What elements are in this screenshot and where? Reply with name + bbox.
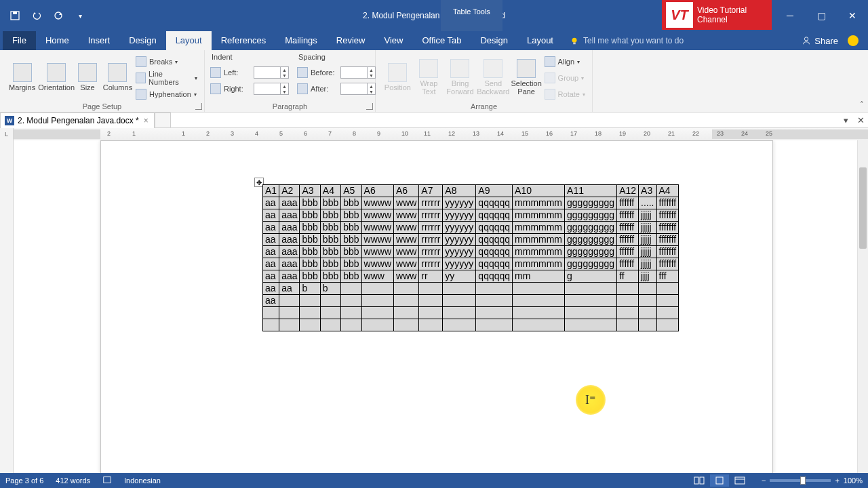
maximize-button[interactable]: ▢: [806, 0, 837, 31]
tab-table-layout[interactable]: Layout: [517, 31, 563, 50]
tab-design[interactable]: Design: [119, 31, 165, 50]
table-cell[interactable]: [394, 319, 419, 331]
table-cell[interactable]: [394, 295, 419, 307]
tab-layout[interactable]: Layout: [166, 31, 212, 50]
table-cell[interactable]: [443, 283, 476, 295]
table-cell[interactable]: [300, 307, 320, 319]
margins-button[interactable]: Margins: [5, 53, 39, 102]
breaks-button[interactable]: Breaks▾: [134, 54, 199, 69]
table-cell[interactable]: bbb: [300, 197, 320, 209]
align-button[interactable]: Align▾: [543, 54, 587, 69]
table-cell[interactable]: mmmmmm: [513, 234, 565, 246]
table-cell[interactable]: yyyyyy: [443, 258, 476, 270]
table-cell[interactable]: qqqqqq: [476, 222, 513, 234]
table-cell[interactable]: [361, 319, 393, 331]
table-cell[interactable]: fffffff: [656, 258, 679, 270]
table-cell[interactable]: [565, 283, 617, 295]
table-cell[interactable]: aaa: [279, 246, 300, 258]
table-cell[interactable]: bbb: [320, 258, 340, 270]
table-cell[interactable]: [279, 319, 300, 331]
table-cell[interactable]: qqqqqq: [476, 270, 513, 283]
table-cell[interactable]: [443, 295, 476, 307]
table-cell[interactable]: [656, 283, 679, 295]
table-cell[interactable]: [320, 295, 340, 307]
table-cell[interactable]: [565, 295, 617, 307]
table-cell[interactable]: [361, 283, 393, 295]
table-cell[interactable]: [656, 319, 679, 331]
table-cell[interactable]: aaa: [279, 270, 300, 283]
tab-mailings[interactable]: Mailings: [275, 31, 327, 50]
orientation-button[interactable]: Orientation: [39, 53, 74, 102]
table-cell[interactable]: wwww: [361, 209, 393, 222]
line-numbers-button[interactable]: Line Numbers▾: [134, 70, 199, 85]
vertical-ruler[interactable]: [0, 140, 14, 473]
table-header-cell[interactable]: A6: [394, 185, 419, 197]
table-cell[interactable]: rrrrrr: [419, 209, 443, 222]
table-cell[interactable]: [656, 307, 679, 319]
table-cell[interactable]: [419, 295, 443, 307]
table-cell[interactable]: jjjjj: [639, 209, 656, 222]
tab-table-design[interactable]: Design: [471, 31, 517, 50]
table-cell[interactable]: [565, 319, 617, 331]
table-cell[interactable]: bbb: [341, 270, 361, 283]
table-cell[interactable]: yyyyyy: [443, 209, 476, 222]
table-header-cell[interactable]: A11: [565, 185, 617, 197]
table-cell[interactable]: ggggggggg: [565, 246, 617, 258]
table-cell[interactable]: bbb: [341, 246, 361, 258]
table-cell[interactable]: fffffff: [656, 234, 679, 246]
table-cell[interactable]: [361, 295, 393, 307]
indent-right[interactable]: Right:▲▼: [210, 81, 289, 96]
table-cell[interactable]: aa: [263, 197, 279, 209]
table-header-cell[interactable]: A4: [656, 185, 679, 197]
table-cell[interactable]: [320, 319, 340, 331]
feedback-icon[interactable]: [848, 35, 859, 46]
table-cell[interactable]: qqqqqq: [476, 258, 513, 270]
table-cell[interactable]: bbb: [300, 209, 320, 222]
table-cell[interactable]: ff: [617, 270, 639, 283]
close-all-button[interactable]: ✕: [853, 113, 868, 127]
selection-pane-button[interactable]: SelectionPane: [510, 53, 543, 102]
tab-references[interactable]: References: [212, 31, 275, 50]
table-cell[interactable]: [341, 319, 361, 331]
table-cell[interactable]: [476, 307, 513, 319]
tab-office-tab[interactable]: Office Tab: [412, 31, 471, 50]
table-cell[interactable]: bbb: [300, 246, 320, 258]
hyphenation-button[interactable]: Hyphenation▾: [134, 87, 199, 102]
table-cell[interactable]: mmmmmm: [513, 209, 565, 222]
table-cell[interactable]: aaa: [279, 209, 300, 222]
table-header-cell[interactable]: A6: [361, 185, 393, 197]
table-cell[interactable]: [443, 319, 476, 331]
zoom-control[interactable]: − + 100%: [762, 476, 863, 485]
table-cell[interactable]: [279, 307, 300, 319]
table-cell[interactable]: wwww: [361, 258, 393, 270]
table-cell[interactable]: [617, 319, 639, 331]
table-cell[interactable]: ggggggggg: [565, 258, 617, 270]
table-cell[interactable]: [263, 307, 279, 319]
table-cell[interactable]: bbb: [341, 197, 361, 209]
table-cell[interactable]: b: [300, 283, 320, 295]
table-cell[interactable]: aa: [263, 246, 279, 258]
columns-button[interactable]: Columns: [101, 53, 134, 102]
table-cell[interactable]: b: [320, 283, 340, 295]
table-cell[interactable]: wwww: [361, 246, 393, 258]
table-cell[interactable]: www: [394, 234, 419, 246]
table-cell[interactable]: fffffff: [656, 209, 679, 222]
table-cell[interactable]: [419, 319, 443, 331]
table-header-cell[interactable]: A3: [300, 185, 320, 197]
table-cell[interactable]: [513, 283, 565, 295]
table-cell[interactable]: bbb: [341, 258, 361, 270]
table-cell[interactable]: [263, 319, 279, 331]
close-button[interactable]: ✕: [837, 0, 868, 31]
table-cell[interactable]: aa: [263, 283, 279, 295]
table-cell[interactable]: qqqqqq: [476, 209, 513, 222]
table-cell[interactable]: [617, 283, 639, 295]
document-table[interactable]: A1A2A3A4A5A6A6A7A8A9A10A11A12A3A4aaaaabb…: [262, 184, 679, 331]
table-cell[interactable]: [300, 319, 320, 331]
table-cell[interactable]: mmmmmm: [513, 222, 565, 234]
close-tab-icon[interactable]: ×: [142, 116, 150, 125]
table-header-cell[interactable]: A3: [639, 185, 656, 197]
table-cell[interactable]: [639, 307, 656, 319]
table-cell[interactable]: bbb: [300, 270, 320, 283]
print-layout-icon[interactable]: [710, 474, 729, 487]
table-cell[interactable]: bbb: [320, 246, 340, 258]
